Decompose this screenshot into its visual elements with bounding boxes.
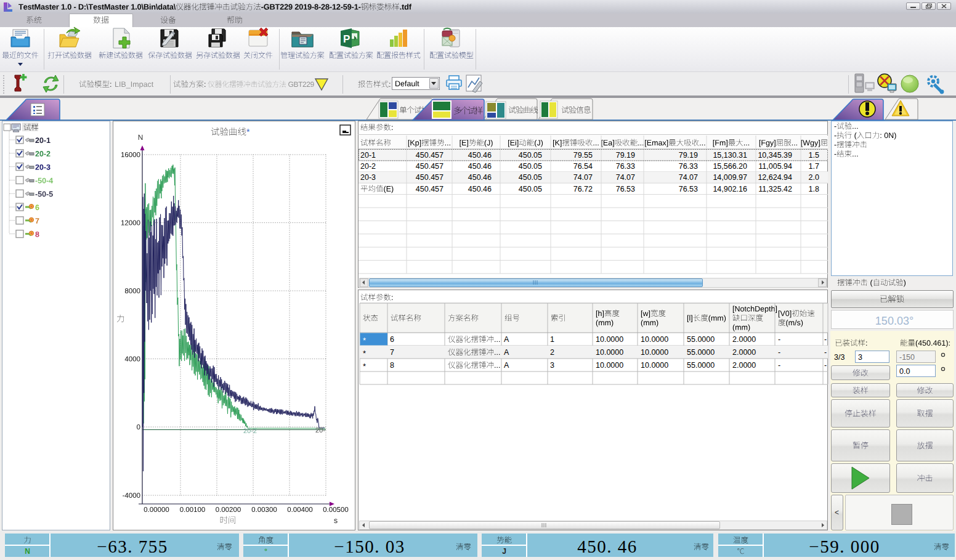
svg-text:150.03°: 150.03° — [875, 315, 913, 327]
svg-text:N: N — [25, 547, 30, 556]
svg-text:76.53: 76.53 — [679, 185, 698, 193]
svg-text:20-3: 20-3 — [360, 173, 376, 182]
svg-text:11,005.94: 11,005.94 — [758, 162, 792, 171]
svg-text:14,009.97: 14,009.97 — [713, 173, 747, 182]
svg-text:76.72: 76.72 — [573, 185, 593, 193]
svg-text:P: P — [343, 33, 350, 45]
svg-text:76.54: 76.54 — [573, 162, 593, 171]
svg-text:450.46: 450.46 — [468, 162, 492, 171]
svg-text:-: - — [778, 335, 780, 344]
svg-text:1: 1 — [550, 335, 554, 344]
svg-text:*: * — [363, 336, 366, 345]
svg-text:74.07: 74.07 — [679, 173, 698, 182]
svg-text:3/3: 3/3 — [834, 353, 845, 362]
svg-text:76.33: 76.33 — [616, 162, 635, 171]
svg-text:*: * — [246, 127, 250, 137]
svg-text:15,566.20: 15,566.20 — [713, 162, 747, 171]
svg-text:79.55: 79.55 — [573, 151, 593, 160]
svg-text:12,624.94: 12,624.94 — [758, 173, 792, 182]
svg-text:450.457: 450.457 — [416, 173, 444, 182]
svg-text:−63. 755: −63. 755 — [97, 537, 168, 556]
svg-text:3: 3 — [858, 353, 862, 362]
svg-text:2.0000: 2.0000 — [732, 361, 756, 370]
svg-text:10,345.39: 10,345.39 — [758, 151, 792, 160]
svg-text:1.7: 1.7 — [809, 162, 819, 171]
svg-text:10.0000: 10.0000 — [641, 335, 668, 344]
svg-text:J: J — [502, 547, 506, 556]
svg-text:2.0: 2.0 — [809, 173, 819, 182]
svg-text:450. 46: 450. 46 — [577, 537, 638, 556]
svg-text:450.46: 450.46 — [468, 173, 492, 182]
svg-text:450.05: 450.05 — [519, 185, 542, 193]
svg-text:-: - — [824, 348, 827, 357]
svg-text:450.457: 450.457 — [416, 162, 444, 171]
svg-text:A: A — [504, 348, 509, 357]
svg-text:14,902.16: 14,902.16 — [713, 185, 747, 193]
svg-text:-: - — [824, 361, 827, 370]
svg-text:-150: -150 — [899, 353, 915, 362]
svg-text:*: * — [363, 349, 366, 358]
svg-text:A: A — [504, 361, 509, 370]
svg-text:76.53: 76.53 — [616, 185, 635, 193]
svg-text:10.0000: 10.0000 — [596, 335, 623, 344]
svg-text:10.0000: 10.0000 — [641, 361, 668, 370]
svg-text:20-2: 20-2 — [360, 162, 376, 171]
svg-text:-: - — [778, 361, 780, 370]
svg-text:-: - — [824, 335, 827, 344]
svg-text:79.19: 79.19 — [616, 151, 635, 160]
svg-text:1.5: 1.5 — [809, 151, 819, 160]
svg-text:450.46: 450.46 — [468, 185, 492, 193]
svg-text:2: 2 — [550, 348, 554, 357]
svg-text:74.07: 74.07 — [573, 173, 593, 182]
svg-text:-: - — [778, 348, 780, 357]
svg-text:450.46: 450.46 — [468, 151, 492, 160]
svg-text:2.0000: 2.0000 — [732, 335, 756, 344]
svg-text:10.0000: 10.0000 — [596, 348, 623, 357]
svg-text:8: 8 — [390, 361, 394, 370]
svg-text:<: < — [835, 508, 839, 517]
svg-text:55.0000: 55.0000 — [687, 335, 715, 344]
svg-text:0.0: 0.0 — [899, 367, 910, 376]
svg-text:10.0000: 10.0000 — [641, 348, 668, 357]
svg-text:−59. 000: −59. 000 — [809, 537, 880, 556]
svg-text:450.457: 450.457 — [416, 151, 444, 160]
svg-text:6: 6 — [390, 335, 394, 344]
svg-text:3: 3 — [550, 361, 554, 370]
svg-text:74.07: 74.07 — [616, 173, 635, 182]
svg-text:20-1: 20-1 — [360, 151, 376, 160]
svg-text:10.0000: 10.0000 — [596, 361, 623, 370]
svg-text:2.0000: 2.0000 — [732, 348, 756, 357]
svg-text:450.457: 450.457 — [416, 185, 444, 193]
svg-text:11,325.42: 11,325.42 — [758, 185, 792, 193]
svg-text:450.05: 450.05 — [519, 162, 542, 171]
svg-text:76.33: 76.33 — [679, 162, 698, 171]
svg-text:1.8: 1.8 — [809, 185, 819, 193]
svg-text:A: A — [504, 335, 509, 344]
svg-text:450.05: 450.05 — [519, 173, 542, 182]
svg-text:7: 7 — [390, 348, 394, 357]
svg-text:55.0000: 55.0000 — [687, 348, 715, 357]
svg-text:15,130.31: 15,130.31 — [713, 151, 747, 160]
svg-text:450.05: 450.05 — [519, 151, 542, 160]
svg-text:*: * — [363, 362, 366, 371]
svg-text:−150. 03: −150. 03 — [334, 537, 405, 556]
svg-text:79.19: 79.19 — [679, 151, 698, 160]
svg-text:55.0000: 55.0000 — [687, 361, 715, 370]
